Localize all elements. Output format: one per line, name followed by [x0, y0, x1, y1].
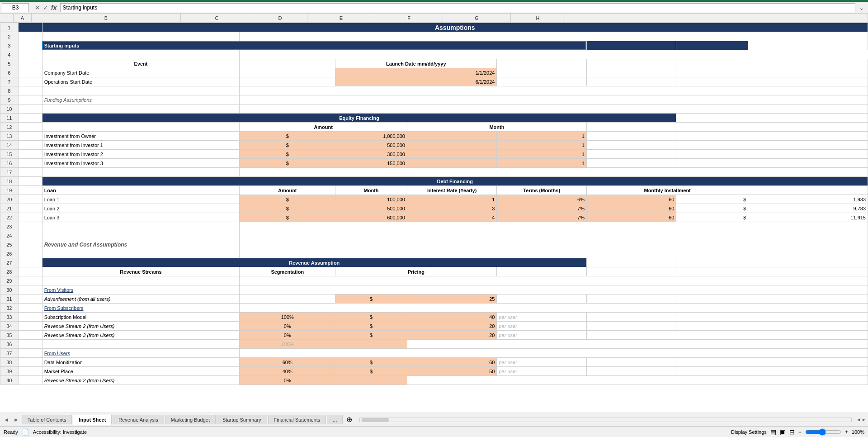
- cell-b11-eq[interactable]: Equity Financing: [42, 114, 676, 123]
- tab-financial-statements[interactable]: Financial Statements: [268, 415, 326, 424]
- cell-e34-price[interactable]: 20: [407, 322, 497, 331]
- cell-g27[interactable]: [586, 258, 676, 267]
- tab-marketing-budget[interactable]: Marketing Budget: [165, 415, 216, 424]
- page-break-icon[interactable]: ⊟: [789, 428, 795, 436]
- cell-c34-seg[interactable]: 0%: [240, 322, 335, 331]
- tab-scroll-left[interactable]: ◄: [2, 417, 11, 423]
- cell-i15[interactable]: [748, 150, 868, 159]
- cell-i6[interactable]: [748, 68, 868, 77]
- cell-i38[interactable]: [748, 358, 868, 367]
- cell-d35-symbol[interactable]: $: [335, 331, 407, 340]
- cell-e39-price[interactable]: 50: [407, 367, 497, 376]
- cell-g34[interactable]: [586, 322, 676, 331]
- cell-d6-value[interactable]: 1/1/2024: [335, 68, 497, 77]
- cell-g28[interactable]: [586, 267, 676, 276]
- cell-i34[interactable]: [748, 322, 868, 331]
- cell-e21-month[interactable]: 3: [407, 204, 497, 213]
- cell-g5[interactable]: [586, 59, 676, 68]
- cell-b16[interactable]: Investment from Investor 3: [42, 159, 240, 168]
- cell-i11[interactable]: [748, 114, 868, 123]
- cell-f39-per-user[interactable]: per user: [497, 367, 587, 376]
- cell-c28-seg[interactable]: Segmentation: [240, 267, 335, 276]
- cell-i13[interactable]: [748, 132, 868, 141]
- scrollbar-left[interactable]: ◄: [856, 417, 861, 422]
- cell-a30[interactable]: [18, 285, 42, 294]
- cell-a9[interactable]: [18, 95, 42, 104]
- cell-c8-rest[interactable]: [240, 86, 868, 95]
- cell-c26-rest[interactable]: [240, 249, 868, 258]
- cell-g15[interactable]: [586, 150, 676, 159]
- cell-h38[interactable]: [676, 358, 748, 367]
- cell-f13-month[interactable]: 1: [497, 132, 587, 141]
- horizontal-scrollbar[interactable]: [359, 418, 852, 422]
- cell-b29[interactable]: [42, 276, 240, 285]
- add-sheet-button[interactable]: ⊕: [344, 414, 355, 425]
- cell-a29[interactable]: [18, 276, 42, 285]
- cell-d20-amount[interactable]: 100,000: [335, 195, 407, 204]
- cell-f16-month[interactable]: 1: [497, 159, 587, 168]
- cell-d19-month[interactable]: Month: [335, 186, 407, 195]
- cell-a31[interactable]: [18, 294, 42, 304]
- cell-h34[interactable]: [676, 322, 748, 331]
- cell-h16[interactable]: [676, 159, 748, 168]
- cell-c15-symbol[interactable]: $: [240, 150, 335, 159]
- zoom-slider[interactable]: [805, 428, 841, 436]
- cell-c38-seg[interactable]: 60%: [240, 358, 335, 367]
- cell-h28[interactable]: [676, 267, 748, 276]
- cell-a5[interactable]: [18, 59, 42, 68]
- cell-b12[interactable]: [42, 123, 240, 132]
- cell-h12[interactable]: [676, 123, 748, 132]
- tab-scroll-right[interactable]: ►: [12, 417, 21, 423]
- cell-c25-rest[interactable]: [240, 240, 868, 249]
- cell-g39[interactable]: [586, 367, 676, 376]
- cell-a40[interactable]: [18, 376, 42, 385]
- cell-i7[interactable]: [748, 77, 868, 86]
- cell-i20-inst[interactable]: 1,933: [748, 195, 868, 204]
- cell-a10[interactable]: [18, 104, 42, 114]
- cell-b24[interactable]: [42, 231, 240, 240]
- cell-f19-terms[interactable]: Terms (Months): [497, 186, 587, 195]
- cell-b14[interactable]: Investment from Investor 1: [42, 141, 240, 150]
- cell-a3[interactable]: [18, 41, 42, 50]
- cell-b9-funding[interactable]: Funding Assumptions: [42, 95, 240, 104]
- cell-f34-per-user[interactable]: per user: [497, 322, 587, 331]
- cell-d16-amount[interactable]: 150,000: [335, 159, 407, 168]
- tab-revenue-analysis[interactable]: Revenue Analysis: [113, 415, 164, 424]
- cell-d34-symbol[interactable]: $: [335, 322, 407, 331]
- cell-b26[interactable]: [42, 249, 240, 258]
- cell-a15[interactable]: [18, 150, 42, 159]
- cell-g21-terms[interactable]: 60: [586, 204, 676, 213]
- cell-a17[interactable]: [18, 168, 42, 177]
- cell-h14[interactable]: [676, 141, 748, 150]
- cell-b27-revassumption[interactable]: Revenue Assumption: [42, 258, 586, 267]
- cell-h21-inst-sym[interactable]: $: [676, 204, 748, 213]
- cell-i39[interactable]: [748, 367, 868, 376]
- cell-c40-seg[interactable]: 0%: [240, 376, 335, 385]
- cell-a4[interactable]: [18, 50, 42, 59]
- cell-g3[interactable]: [586, 41, 676, 50]
- cell-d21-amount[interactable]: 500,000: [335, 204, 407, 213]
- cell-i28[interactable]: [748, 267, 868, 276]
- cell-a34[interactable]: [18, 322, 42, 331]
- confirm-icon[interactable]: ✓: [43, 4, 48, 11]
- cell-e15[interactable]: [407, 150, 497, 159]
- cell-c13-symbol[interactable]: $: [240, 132, 335, 141]
- cell-a19[interactable]: [18, 186, 42, 195]
- cell-c32-rest[interactable]: [240, 304, 868, 313]
- cell-h39[interactable]: [676, 367, 748, 376]
- cell-e31-price[interactable]: 25: [407, 294, 497, 304]
- cell-a12[interactable]: [18, 123, 42, 132]
- cell-f28[interactable]: [497, 267, 587, 276]
- cell-g20-terms[interactable]: 60: [586, 195, 676, 204]
- tab-table-of-contents[interactable]: Table of Contents: [22, 415, 72, 424]
- cell-c22-symbol[interactable]: $: [240, 213, 335, 222]
- cell-h31[interactable]: [676, 294, 748, 304]
- cell-f21-interest[interactable]: 7%: [497, 204, 587, 213]
- cell-c9-rest[interactable]: [240, 95, 868, 104]
- cell-d14-amount[interactable]: 500,000: [335, 141, 407, 150]
- cell-b34-rs2[interactable]: Revenue Stream 2 (from Users): [42, 322, 240, 331]
- cell-h33[interactable]: [676, 313, 748, 322]
- cell-g35[interactable]: [586, 331, 676, 340]
- cell-g31[interactable]: [586, 294, 676, 304]
- normal-view-icon[interactable]: ▤: [770, 428, 776, 436]
